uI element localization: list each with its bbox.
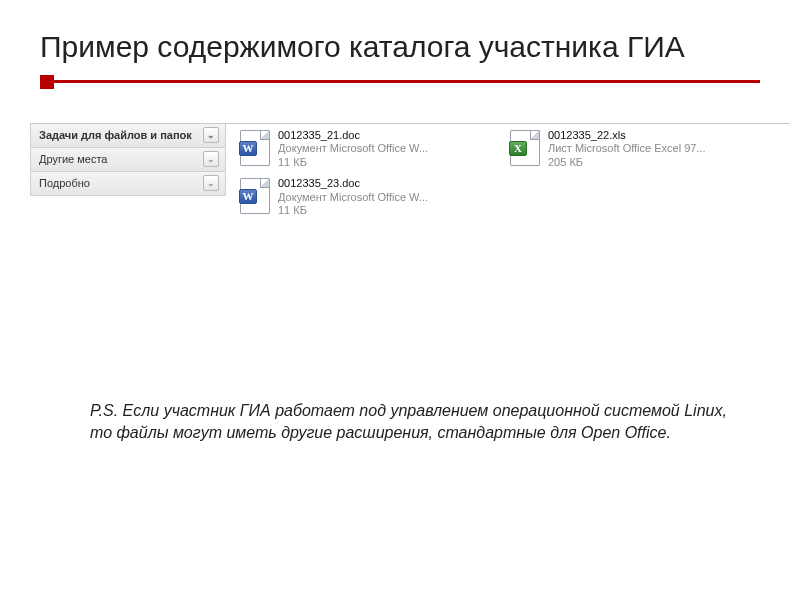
title-rule bbox=[40, 75, 760, 89]
chevron-down-icon[interactable]: ⌄ bbox=[203, 175, 219, 191]
file-item[interactable]: W 0012335_21.doc Документ Microsoft Offi… bbox=[238, 128, 488, 170]
task-pane-details[interactable]: Подробно ⌄ bbox=[30, 172, 226, 196]
file-item[interactable]: X 0012335_22.xls Лист Microsoft Office E… bbox=[508, 128, 758, 170]
file-size: 11 КБ bbox=[278, 156, 428, 170]
word-doc-icon: W bbox=[238, 176, 272, 216]
file-item[interactable]: W 0012335_23.doc Документ Microsoft Offi… bbox=[238, 176, 488, 218]
file-name: 0012335_22.xls bbox=[548, 129, 706, 143]
file-type: Документ Microsoft Office W... bbox=[278, 142, 428, 156]
chevron-down-icon[interactable]: ⌄ bbox=[203, 151, 219, 167]
file-type: Документ Microsoft Office W... bbox=[278, 191, 428, 205]
file-name: 0012335_23.doc bbox=[278, 177, 428, 191]
file-name: 0012335_21.doc bbox=[278, 129, 428, 143]
page-title: Пример содержимого каталога участника ГИ… bbox=[40, 30, 760, 65]
task-pane-places-label: Другие места bbox=[39, 153, 108, 165]
task-pane-files[interactable]: Задачи для файлов и папок ⌄ bbox=[30, 124, 226, 148]
explorer-sidepanel: Задачи для файлов и папок ⌄ Другие места… bbox=[30, 124, 226, 219]
chevron-down-icon[interactable]: ⌄ bbox=[203, 127, 219, 143]
file-type: Лист Microsoft Office Excel 97... bbox=[548, 142, 706, 156]
task-pane-details-label: Подробно bbox=[39, 177, 90, 189]
file-list: W 0012335_21.doc Документ Microsoft Offi… bbox=[226, 124, 790, 219]
word-doc-icon: W bbox=[238, 128, 272, 168]
file-size: 205 КБ bbox=[548, 156, 706, 170]
file-size: 11 КБ bbox=[278, 204, 428, 218]
postscript-note: P.S. Если участник ГИА работает под упра… bbox=[90, 400, 730, 443]
task-pane-files-label: Задачи для файлов и папок bbox=[39, 129, 192, 141]
explorer: Задачи для файлов и папок ⌄ Другие места… bbox=[30, 123, 790, 219]
excel-doc-icon: X bbox=[508, 128, 542, 168]
task-pane-places[interactable]: Другие места ⌄ bbox=[30, 148, 226, 172]
